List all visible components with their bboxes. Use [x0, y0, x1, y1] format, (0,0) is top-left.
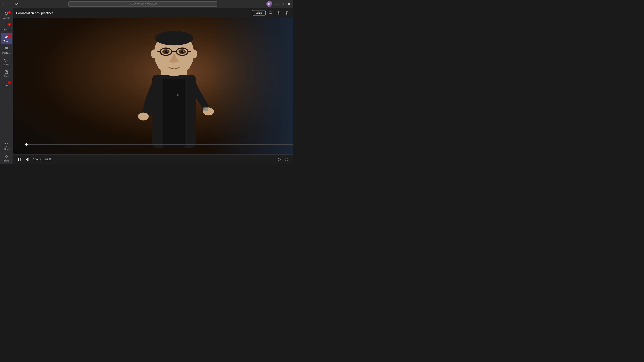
current-time: 0:10 [33, 158, 38, 161]
title-bar-right: M — □ ✕ [266, 1, 292, 7]
sidebar-item-store[interactable]: Store [1, 152, 12, 164]
user-avatar-button[interactable]: M [266, 1, 272, 7]
svg-point-38 [177, 94, 178, 96]
activity-badge: 2 [8, 11, 11, 14]
chat-label: Chat [4, 28, 8, 31]
svg-rect-37 [203, 107, 208, 111]
svg-rect-14 [269, 11, 272, 14]
forward-button[interactable]: → [8, 1, 13, 6]
files-label: Files [4, 75, 8, 77]
svg-rect-40 [20, 158, 20, 161]
content-area: Collaboration best practices Leave [13, 8, 293, 164]
store-icon [4, 154, 8, 159]
sidebar-item-chat[interactable]: Chat 1 [1, 21, 12, 32]
svg-point-5 [5, 85, 6, 86]
avatar-status [270, 5, 272, 7]
svg-point-15 [278, 12, 279, 13]
pause-button[interactable] [16, 156, 22, 163]
info-button[interactable] [283, 10, 290, 16]
compose-button[interactable] [14, 1, 19, 6]
search-input[interactable] [71, 2, 215, 5]
help-icon [4, 143, 8, 147]
svg-point-31 [183, 51, 184, 52]
video-person [97, 24, 251, 148]
store-label: Store [4, 160, 9, 162]
close-button[interactable]: ✕ [286, 1, 292, 6]
svg-point-30 [166, 51, 168, 52]
sidebar-item-meetings[interactable]: Meetings [1, 45, 12, 56]
minimize-button[interactable]: — [274, 1, 278, 6]
svg-point-2 [5, 36, 6, 37]
video-settings-button[interactable] [276, 156, 282, 163]
video-container [13, 18, 293, 154]
sidebar-item-teams[interactable]: Teams 1 [1, 33, 12, 44]
chat-panel-button[interactable] [267, 10, 274, 16]
sidebar-item-more[interactable]: 1 [1, 80, 12, 91]
svg-rect-39 [18, 158, 19, 161]
help-label: Help [4, 148, 9, 150]
video-controls: 0:10 / 1:08:33 [13, 154, 293, 164]
time-separator: / [40, 158, 41, 161]
title-bar: ← → M — □ ✕ [0, 0, 293, 8]
controls-right [276, 156, 290, 163]
video-title: Collaboration best practices [16, 11, 53, 15]
svg-point-32 [151, 49, 157, 58]
search-bar[interactable] [68, 1, 217, 7]
calls-icon [4, 58, 8, 63]
back-button[interactable]: ← [2, 1, 6, 6]
sidebar: Activity 2 Chat 1 [0, 8, 13, 164]
more-icon [4, 83, 8, 87]
svg-rect-10 [5, 155, 6, 156]
svg-point-20 [155, 31, 193, 45]
header-actions: Leave [252, 10, 290, 16]
leave-button[interactable]: Leave [252, 10, 266, 15]
teams-label: Teams [4, 40, 9, 42]
meetings-icon [4, 47, 8, 51]
svg-rect-34 [163, 79, 185, 148]
files-icon [4, 70, 8, 75]
settings-button[interactable] [275, 10, 282, 16]
volume-button[interactable] [24, 156, 30, 163]
activity-label: Activity [3, 17, 10, 19]
chat-badge: 1 [8, 22, 11, 26]
sidebar-item-calls[interactable]: Calls [1, 56, 12, 67]
meetings-label: Meetings [2, 52, 11, 54]
total-time: 1:08:33 [43, 158, 51, 161]
svg-point-36 [138, 112, 148, 120]
sidebar-item-files[interactable]: Files [1, 68, 12, 79]
more-badge: 1 [8, 81, 11, 84]
progress-fill [26, 144, 26, 145]
progress-bar[interactable] [26, 144, 293, 145]
teams-badge: 1 [8, 34, 11, 37]
svg-point-9 [6, 146, 7, 146]
calls-label: Calls [4, 63, 9, 66]
video-canvas [13, 18, 293, 154]
svg-point-33 [190, 49, 197, 58]
svg-point-41 [279, 159, 280, 160]
title-bar-left: ← → [2, 1, 19, 6]
maximize-button[interactable]: □ [280, 1, 285, 6]
svg-point-6 [6, 85, 7, 86]
sidebar-item-help[interactable]: Help [1, 141, 12, 152]
sidebar-item-activity[interactable]: Activity 2 [1, 10, 12, 21]
svg-rect-11 [7, 155, 8, 156]
fullscreen-button[interactable] [283, 156, 290, 163]
main-area: Activity 2 Chat 1 [0, 8, 293, 164]
svg-rect-13 [7, 157, 8, 158]
svg-rect-4 [5, 47, 8, 50]
video-header: Collaboration best practices Leave [13, 8, 293, 18]
svg-point-7 [8, 85, 8, 86]
svg-rect-12 [5, 157, 6, 158]
